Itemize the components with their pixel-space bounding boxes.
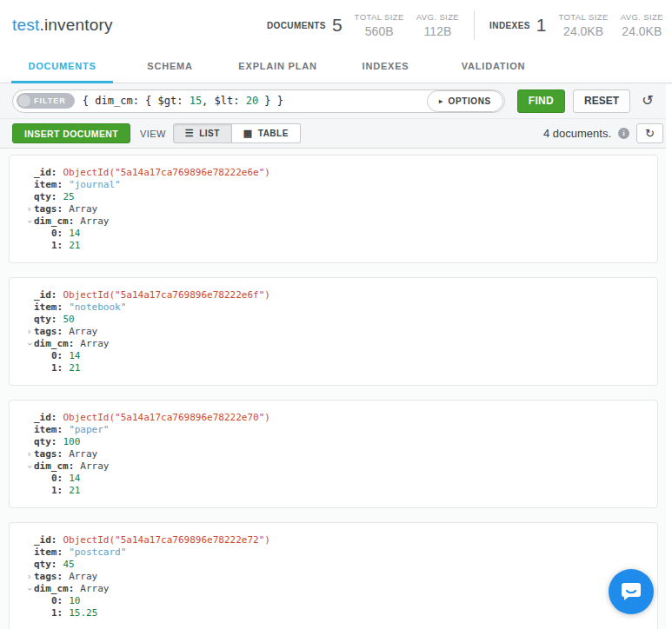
document-field-line: _id:ObjectId("5a14a17ca769896e78222e72") bbox=[10, 534, 640, 546]
field-key: qty: bbox=[34, 314, 57, 325]
field-key: dim_cm: bbox=[34, 460, 74, 472]
tab-documents[interactable]: DOCUMENTS bbox=[11, 50, 113, 83]
field-key: tags: bbox=[34, 448, 63, 460]
document-field-line: 0:14 bbox=[10, 228, 640, 240]
field-key: 0: bbox=[51, 473, 63, 484]
view-table-button[interactable]: ▦ TABLE bbox=[232, 123, 301, 143]
reset-button[interactable]: RESET bbox=[573, 89, 630, 113]
field-key: qty: bbox=[34, 191, 57, 202]
idx-total-size-value: 24.0KB bbox=[559, 24, 609, 38]
field-key: item: bbox=[34, 546, 63, 558]
field-value: "postcard" bbox=[69, 546, 126, 558]
field-key: tags: bbox=[34, 326, 63, 337]
chat-bubble-button[interactable] bbox=[609, 569, 654, 614]
field-value: 15.25 bbox=[69, 607, 97, 619]
field-key: 1: bbox=[51, 485, 63, 496]
field-value: Array bbox=[80, 460, 109, 472]
field-key: _id: bbox=[34, 289, 57, 301]
expand-caret-icon[interactable]: › bbox=[24, 203, 34, 215]
documents-count: 5 bbox=[332, 15, 343, 36]
filter-query-text[interactable]: { dim_cm: { $gt: 15, $lt: 20 } } bbox=[83, 95, 427, 107]
insert-document-button[interactable]: INSERT DOCUMENT bbox=[12, 123, 130, 143]
document-field-line: 1:15.25 bbox=[10, 607, 640, 619]
field-key: qty: bbox=[34, 559, 57, 570]
document-card[interactable]: _id:ObjectId("5a14a17ca769896e78222e6e")… bbox=[9, 155, 658, 263]
field-value: 45 bbox=[63, 559, 75, 570]
tab-schema[interactable]: SCHEMA bbox=[119, 50, 221, 83]
field-value: Array bbox=[69, 326, 97, 337]
expand-caret-icon[interactable]: › bbox=[24, 571, 34, 583]
field-key: 1: bbox=[51, 240, 63, 251]
collapse-caret-icon[interactable]: › bbox=[23, 217, 36, 227]
field-value: 21 bbox=[69, 240, 80, 251]
field-value: 21 bbox=[69, 362, 80, 374]
document-field-line: 0:14 bbox=[10, 350, 640, 362]
find-button[interactable]: FIND bbox=[517, 89, 565, 113]
indexes-count: 1 bbox=[536, 15, 547, 36]
document-field-line: ›tags:Array bbox=[10, 571, 640, 583]
document-field-line: _id:ObjectId("5a14a17ca769896e78222e70") bbox=[10, 412, 640, 424]
options-button[interactable]: ▸ OPTIONS bbox=[427, 90, 503, 112]
tab-indexes[interactable]: INDEXES bbox=[335, 50, 436, 83]
collapse-caret-icon[interactable]: › bbox=[23, 585, 36, 594]
field-value: Array bbox=[80, 215, 109, 227]
collapse-caret-icon[interactable]: › bbox=[23, 462, 36, 472]
tab-explain-plan[interactable]: EXPLAIN PLAN bbox=[227, 50, 329, 83]
document-field-line: item:"postcard" bbox=[10, 546, 640, 559]
field-key: qty: bbox=[34, 436, 57, 447]
collection-header: test.inventory DOCUMENTS 5 TOTAL SIZE 56… bbox=[0, 0, 672, 50]
field-value: ObjectId("5a14a17ca769896e78222e6f") bbox=[63, 289, 270, 301]
document-field-line: ›dim_cm:Array bbox=[10, 583, 640, 595]
filter-pill-icon bbox=[18, 95, 30, 107]
field-key: _id: bbox=[34, 534, 57, 546]
view-list-button[interactable]: ☰ LIST bbox=[173, 123, 232, 143]
field-key: item: bbox=[34, 179, 63, 190]
expand-caret-icon[interactable]: › bbox=[24, 326, 34, 338]
indexes-avg-size-stat: AVG. SIZE 24.0KB bbox=[621, 12, 663, 38]
view-label: VIEW bbox=[140, 129, 166, 139]
field-value: Array bbox=[69, 448, 97, 460]
document-count-text: 4 documents. bbox=[543, 127, 611, 140]
refresh-icon[interactable]: ↻ bbox=[636, 123, 663, 143]
field-key: item: bbox=[34, 424, 63, 435]
avg-size-value: 112B bbox=[416, 24, 459, 38]
idx-avg-size-label: AVG. SIZE bbox=[621, 12, 663, 22]
document-field-line: ›dim_cm:Array bbox=[10, 215, 640, 228]
collapse-caret-icon[interactable]: › bbox=[23, 340, 36, 349]
field-value: "notebook" bbox=[69, 301, 126, 313]
options-caret-icon: ▸ bbox=[439, 97, 443, 105]
field-value: 25 bbox=[63, 191, 75, 202]
tab-validation[interactable]: VALIDATION bbox=[442, 50, 544, 83]
field-value: 21 bbox=[69, 485, 80, 496]
collection-namespace: test.inventory bbox=[12, 16, 113, 35]
document-field-line: ›tags:Array bbox=[10, 326, 640, 338]
field-key: 0: bbox=[51, 350, 63, 361]
avg-size-label: AVG. SIZE bbox=[416, 12, 459, 22]
filter-pill: FILTER bbox=[17, 93, 75, 109]
document-field-line: item:"journal" bbox=[10, 179, 640, 191]
filter-input[interactable]: FILTER { dim_cm: { $gt: 15, $lt: 20 } } … bbox=[12, 89, 505, 113]
field-value: Array bbox=[80, 338, 109, 349]
field-value: ObjectId("5a14a17ca769896e78222e72") bbox=[63, 534, 270, 546]
field-key: 1: bbox=[51, 362, 63, 374]
info-icon[interactable]: i bbox=[618, 128, 629, 139]
field-key: item: bbox=[34, 301, 63, 313]
document-card[interactable]: _id:ObjectId("5a14a17ca769896e78222e72")… bbox=[9, 522, 658, 629]
document-card[interactable]: _id:ObjectId("5a14a17ca769896e78222e6f")… bbox=[9, 277, 658, 386]
scrollbar-gutter bbox=[666, 84, 672, 629]
chat-bubble-icon bbox=[620, 580, 642, 603]
document-field-line: 1:21 bbox=[10, 362, 640, 374]
field-key: 0: bbox=[51, 228, 63, 239]
document-field-line: 1:21 bbox=[10, 240, 640, 252]
query-history-icon[interactable]: ↺ bbox=[637, 90, 658, 111]
database-name[interactable]: test bbox=[12, 16, 39, 34]
collection-tabs: DOCUMENTS SCHEMA EXPLAIN PLAN INDEXES VA… bbox=[0, 50, 672, 83]
field-key: dim_cm: bbox=[34, 583, 74, 594]
document-card[interactable]: _id:ObjectId("5a14a17ca769896e78222e70")… bbox=[9, 400, 658, 508]
document-field-line: 0:14 bbox=[10, 473, 640, 485]
document-field-line: item:"paper" bbox=[10, 424, 640, 436]
field-value: 50 bbox=[63, 314, 75, 325]
document-field-line: ›dim_cm:Array bbox=[10, 460, 640, 473]
documents-stat: DOCUMENTS 5 bbox=[267, 15, 343, 36]
expand-caret-icon[interactable]: › bbox=[24, 448, 34, 460]
